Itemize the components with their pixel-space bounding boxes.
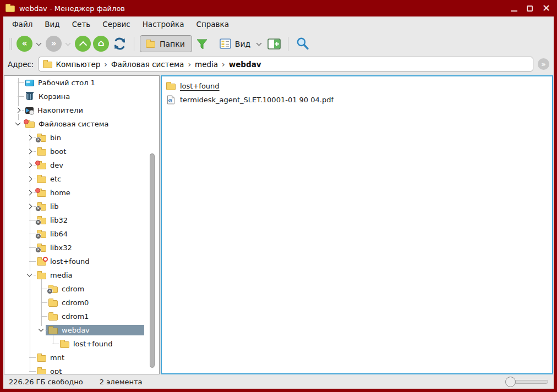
address-row: Адрес: Компьютер › Файловая система › me… [3, 56, 554, 75]
tree-item-opt[interactable]: opt [4, 365, 159, 374]
window-frame: webdav - Менеджер файлов × Файл Вид Сеть… [0, 0, 557, 392]
breadcrumb-webdav[interactable]: webdav [229, 60, 261, 69]
expander-down-icon[interactable] [26, 271, 34, 279]
zoom-slider-track[interactable] [514, 380, 548, 384]
pdf-file-icon [166, 95, 176, 104]
breadcrumb-media[interactable]: media [195, 60, 218, 69]
forward-button[interactable]: » [46, 36, 62, 52]
breadcrumb-computer[interactable]: Компьютер [56, 60, 100, 69]
tree-item-lost-found[interactable]: lost+found [4, 255, 159, 268]
file-row-lost-found[interactable]: lost+found [166, 79, 548, 93]
tree-item-mnt[interactable]: mnt [4, 351, 159, 365]
split-view-icon [267, 38, 281, 49]
expander-right-icon[interactable] [26, 161, 34, 169]
folder-restricted-icon [37, 259, 46, 266]
back-icon: « [22, 40, 28, 48]
menu-settings[interactable]: Настройка [137, 18, 190, 31]
tree-item-libx32[interactable]: libx32 [4, 241, 159, 255]
folder-icon [37, 190, 46, 197]
menu-file[interactable]: Файл [7, 18, 38, 31]
go-icon: » [541, 60, 545, 68]
expander-right-icon[interactable] [26, 202, 34, 210]
forward-history-dropdown[interactable] [64, 40, 73, 48]
titlebar[interactable]: webdav - Менеджер файлов × [0, 0, 557, 16]
search-icon [296, 37, 309, 51]
file-name: termidesk_agent_SLET.10001-01 90 04.pdf [180, 96, 334, 104]
go-button[interactable]: » [538, 58, 549, 70]
tree-item-cdrom1[interactable]: cdrom1 [4, 310, 159, 323]
folder-symlink-icon [37, 135, 46, 142]
breadcrumb-filesystem[interactable]: Файловая система [111, 60, 184, 69]
trash-icon [26, 93, 33, 100]
tree-item-lib32[interactable]: lib32 [4, 213, 159, 227]
item-count-label: 2 элемента [100, 378, 143, 386]
tree-item-desktop[interactable]: Рабочий стол 1 [4, 76, 159, 90]
tree-item-trash[interactable]: Корзина [4, 90, 159, 103]
tree-item-home[interactable]: home [4, 186, 159, 200]
tree-item-lib64[interactable]: lib64 [4, 227, 159, 241]
expander-right-icon[interactable] [26, 175, 34, 183]
split-view-button[interactable] [266, 38, 282, 49]
expander-right-icon[interactable] [26, 134, 34, 141]
address-breadcrumb-field[interactable]: Компьютер › Файловая система › media › w… [38, 57, 533, 71]
zoom-slider[interactable] [505, 377, 548, 387]
folder-icon [37, 273, 46, 279]
breadcrumb-separator: › [188, 60, 191, 69]
folder-symlink-icon [48, 286, 58, 293]
home-button[interactable]: ⌂ [93, 36, 109, 52]
address-label: Адрес: [8, 60, 34, 69]
expander-right-icon[interactable] [26, 189, 34, 196]
zoom-slider-handle[interactable] [505, 377, 516, 387]
tree-item-drives[interactable]: Накопители [4, 103, 159, 117]
tree-item-boot[interactable]: boot [4, 145, 159, 158]
folder-symlink-icon [37, 204, 46, 211]
minimize-button[interactable] [511, 5, 517, 12]
expander-down-icon[interactable] [14, 120, 22, 128]
tree-item-lib[interactable]: lib [4, 200, 159, 213]
filter-button[interactable] [194, 38, 210, 50]
menu-network[interactable]: Сеть [67, 18, 96, 31]
menu-view[interactable]: Вид [39, 18, 65, 31]
breadcrumb-separator: › [104, 60, 107, 69]
maximize-button[interactable] [527, 5, 533, 12]
file-row-termidesk-pdf[interactable]: termidesk_agent_SLET.10001-01 90 04.pdf [166, 93, 548, 107]
folder-symlink-icon [37, 245, 46, 252]
view-mode-button[interactable]: Вид [217, 38, 253, 49]
toolbar-separator [134, 37, 134, 51]
folder-symlink-icon [37, 231, 46, 238]
window-title: webdav - Менеджер файлов [19, 4, 125, 13]
tree-item-webdav-lost-found[interactable]: lost+found [4, 337, 159, 351]
sidebar-scrollbar[interactable] [150, 153, 155, 368]
expander-down-icon[interactable] [37, 326, 45, 334]
close-button[interactable]: × [542, 3, 550, 13]
up-icon [79, 41, 86, 49]
tree-item-bin[interactable]: bin [4, 131, 159, 145]
tree-item-cdrom0[interactable]: cdrom0 [4, 296, 159, 310]
folder-icon [37, 369, 46, 375]
back-button[interactable]: « [17, 36, 32, 52]
menu-help[interactable]: Справка [190, 18, 234, 31]
expander-right-icon[interactable] [14, 106, 22, 114]
refresh-button[interactable] [111, 37, 128, 51]
statusbar: 226.26 ГБ свободно 2 элемента [3, 375, 554, 389]
sidebar-tree-panel: Рабочий стол 1 Корзина Накопители Файлов… [4, 75, 160, 374]
tree-item-cdrom[interactable]: cdrom [4, 282, 159, 296]
folder-icon [166, 84, 176, 90]
up-button[interactable] [75, 36, 91, 52]
folder-icon [25, 122, 35, 128]
tree-item-dev[interactable]: dev [4, 158, 159, 172]
toolbar-drag-handle[interactable] [9, 38, 12, 50]
folder-icon [48, 314, 58, 321]
menu-service[interactable]: Сервис [97, 18, 135, 31]
file-list-panel[interactable]: lost+found termidesk_agent_SLET.10001-01… [161, 75, 553, 374]
search-button[interactable] [294, 37, 311, 51]
tree-item-etc[interactable]: etc [4, 172, 159, 186]
tree-item-media[interactable]: media [4, 268, 159, 282]
tree-item-webdav-selected[interactable]: webdav [4, 323, 159, 337]
expander-right-icon[interactable] [26, 147, 34, 155]
folders-toggle-button[interactable]: Папки [140, 35, 192, 52]
tree-item-filesystem[interactable]: Файловая система [4, 117, 159, 131]
back-history-dropdown[interactable] [35, 40, 43, 48]
view-mode-dropdown[interactable] [255, 40, 264, 48]
refresh-icon [113, 37, 127, 51]
